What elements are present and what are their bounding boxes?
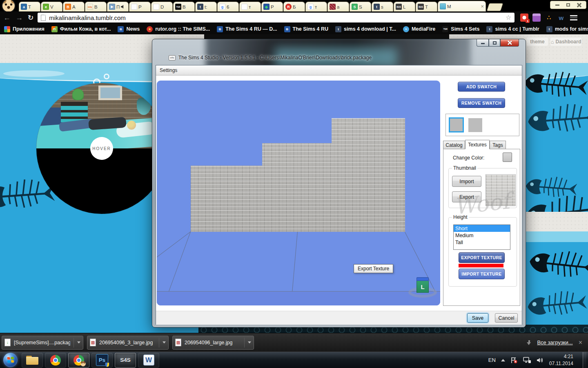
- taskbar-s4s-button[interactable]: S4S: [115, 353, 136, 368]
- download-item[interactable]: ▨ 206954096_large.jpg: [172, 336, 254, 350]
- height-option-tall[interactable]: Tall: [454, 239, 510, 246]
- browser-tab[interactable]: P: [129, 2, 151, 11]
- language-indicator[interactable]: EN: [488, 357, 496, 363]
- bookmark-item[interactable]: t sims 4 cc | Tumblr: [486, 26, 539, 32]
- tab-title: A: [72, 4, 76, 9]
- bookmark-item[interactable]: TSR Sims 4 Sets: [442, 26, 479, 32]
- tab-tags[interactable]: Tags: [490, 141, 506, 149]
- browser-tab[interactable]: BHS T: [416, 2, 437, 11]
- browser-logo-icon[interactable]: [2, 0, 15, 12]
- import-texture-button[interactable]: IMPORT TEXTURE: [459, 269, 505, 279]
- browser-tab[interactable]: a: [327, 2, 349, 11]
- start-button[interactable]: [3, 353, 18, 367]
- active-tab[interactable]: M ×: [438, 1, 486, 11]
- tray-expand-icon[interactable]: [501, 359, 505, 361]
- export-texture-button[interactable]: EXPORT TEXTURE: [459, 252, 505, 263]
- bookmark-star-icon[interactable]: ☆: [506, 14, 511, 21]
- bookmark-item[interactable]: ≈ MediaFire: [403, 26, 435, 32]
- download-item[interactable]: ▨ 206954096_3_large.jpg: [87, 336, 169, 350]
- extension-icon[interactable]: 1: [520, 13, 528, 22]
- hover-button[interactable]: HOVER: [90, 137, 113, 160]
- browser-tab[interactable]: a T: [19, 2, 40, 11]
- add-swatch-button[interactable]: ADD SWATCH: [458, 82, 505, 92]
- browser-tab[interactable]: S S: [350, 2, 371, 11]
- restore-button[interactable]: [563, 2, 574, 8]
- chevron-down-icon[interactable]: [77, 341, 80, 343]
- browser-tab[interactable]: D: [151, 2, 173, 11]
- browser-tab[interactable]: g 6: [217, 2, 239, 11]
- dashboard-button[interactable]: ⌂ Dashboard: [550, 38, 581, 46]
- change-color-swatch[interactable]: [503, 153, 512, 162]
- action-center-flag-icon[interactable]: [510, 357, 518, 364]
- browser-tab[interactable]: R Б: [283, 2, 305, 11]
- chevron-down-icon[interactable]: [248, 341, 251, 343]
- remove-swatch-button[interactable]: REMOVE SWATCH: [458, 98, 505, 108]
- bookmark-item[interactable]: B The Sims 4 RU — D...: [217, 26, 277, 32]
- bookmark-item[interactable]: ★ rutor.org :: The SIMS...: [147, 26, 210, 32]
- url-text[interactable]: mikalinamikalina.tumblr.com: [49, 14, 502, 21]
- tab-textures[interactable]: Textures: [465, 140, 490, 149]
- download-item[interactable]: ↓ [SupremeSims]....package: [2, 336, 83, 350]
- height-option-medium[interactable]: Medium: [454, 232, 510, 239]
- brick-wall-model[interactable]: [191, 118, 405, 232]
- taskbar-explorer-button[interactable]: [22, 353, 43, 368]
- model-viewport[interactable]: L: [157, 81, 440, 305]
- taskbar-word-button[interactable]: W: [138, 353, 159, 368]
- tab-catalog[interactable]: Catalog: [443, 141, 465, 149]
- network-icon[interactable]: [523, 357, 531, 364]
- close-downloads-icon[interactable]: ×: [579, 339, 582, 346]
- wall-marker[interactable]: L: [416, 277, 429, 293]
- browser-tab[interactable]: e V: [41, 2, 62, 11]
- bookmark-item[interactable]: П Фильм Кожа, в кот...: [51, 26, 111, 32]
- height-listbox[interactable]: Short Medium Tall: [453, 224, 510, 250]
- new-tab-button[interactable]: [487, 3, 503, 11]
- minimize-button[interactable]: [477, 39, 489, 47]
- chevron-down-icon[interactable]: [163, 341, 166, 343]
- taskbar-photoshop-button[interactable]: Ps: [91, 353, 113, 368]
- extension-icon[interactable]: [532, 13, 541, 22]
- reload-icon[interactable]: ↻: [28, 14, 33, 21]
- browser-tab[interactable]: t t:: [195, 2, 217, 11]
- height-option-short[interactable]: Short: [454, 225, 510, 232]
- theme-button[interactable]: theme: [527, 38, 548, 46]
- browser-tab[interactable]: B A: [63, 2, 85, 11]
- close-button[interactable]: [574, 2, 585, 8]
- bookmark-item[interactable]: B News: [118, 26, 140, 32]
- taskbar-clock[interactable]: 4:21 07.11.2014: [549, 353, 573, 366]
- browser-tab[interactable]: ◆ P: [261, 2, 283, 11]
- forward-icon[interactable]: →: [16, 14, 23, 21]
- volume-icon[interactable]: [537, 357, 544, 364]
- window-titlebar[interactable]: s4s The Sims 4 Studio - Version 1.5.5.1 …: [152, 39, 526, 65]
- save-button[interactable]: Save: [467, 313, 488, 323]
- browser-tab[interactable]: TSR B: [173, 2, 195, 11]
- minimize-button[interactable]: [552, 2, 563, 8]
- bookmark-item[interactable]: t mods for sims 4 | Tu...: [546, 26, 588, 32]
- taskbar-chrome-button[interactable]: [45, 353, 66, 368]
- swatch-selected[interactable]: [449, 117, 464, 132]
- close-button[interactable]: [500, 39, 519, 47]
- browser-tab[interactable]: g т: [305, 2, 327, 11]
- browser-tab[interactable]: BHS L: [394, 2, 415, 11]
- thumbnail-export-button[interactable]: Export: [452, 191, 481, 202]
- browser-tab[interactable]: ▶ П: [107, 2, 129, 11]
- bookmark-item[interactable]: Приложения: [4, 26, 45, 32]
- address-bar[interactable]: mikalinamikalina.tumblr.com ☆: [38, 13, 514, 22]
- blog-avatar[interactable]: HOVER: [36, 83, 167, 214]
- cancel-button[interactable]: Cancel: [495, 313, 518, 323]
- extension-icon[interactable]: ∴: [545, 13, 553, 22]
- browser-tab[interactable]: т: [239, 2, 261, 11]
- extension-icon[interactable]: w: [557, 13, 565, 22]
- maximize-button[interactable]: [489, 39, 500, 47]
- browser-tab[interactable]: t s: [372, 2, 393, 11]
- all-downloads-link[interactable]: Все загрузки...: [537, 339, 572, 346]
- browser-tab[interactable]: bitly B: [85, 2, 107, 11]
- bookmark-item[interactable]: B The Sims 4 RU: [284, 26, 329, 32]
- thumbnail-import-button[interactable]: Import: [452, 176, 481, 187]
- tab-close-icon[interactable]: ×: [481, 4, 484, 9]
- swatch[interactable]: [468, 118, 482, 132]
- show-desktop-button[interactable]: [583, 352, 586, 368]
- bookmark-item[interactable]: t sims 4 download | T...: [335, 26, 396, 32]
- menu-icon[interactable]: [570, 15, 577, 20]
- back-icon[interactable]: ←: [3, 14, 11, 21]
- taskbar-browser-button[interactable]: [68, 353, 89, 368]
